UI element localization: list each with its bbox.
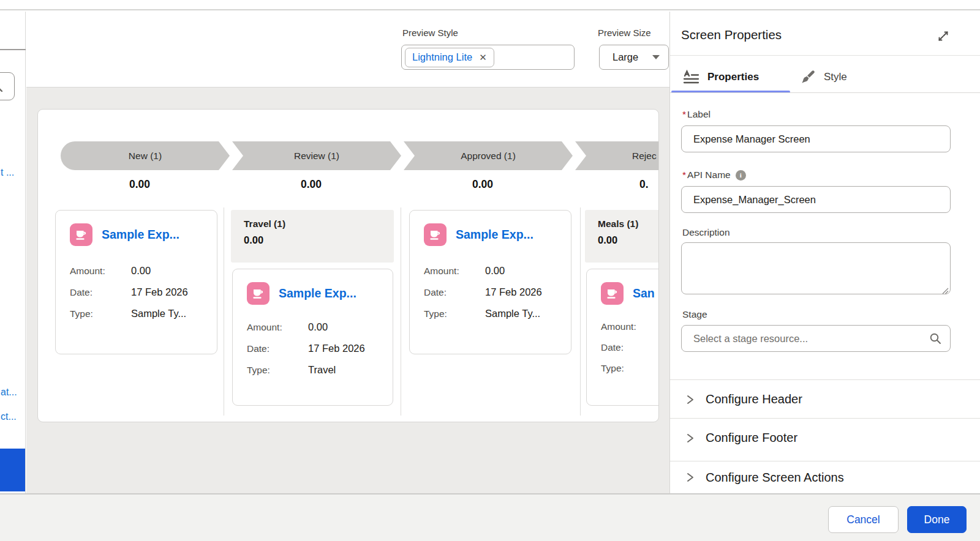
stage-total: 0.00 <box>232 178 390 191</box>
search-icon <box>929 332 941 345</box>
coffee-cup-icon <box>247 282 270 305</box>
required-marker: * <box>682 170 686 180</box>
stage-input[interactable] <box>693 333 929 345</box>
preview-style-value: Lightning Lite <box>412 51 472 63</box>
modal-top-strip <box>0 0 980 10</box>
component-palette-rail: t ... at... ct... <box>0 12 26 493</box>
group-header-meals: Meals (1) 0.00 <box>585 210 659 263</box>
api-name-field-label: *API Name i <box>682 170 746 181</box>
row-label: Amount: <box>424 266 485 277</box>
preview-size-select[interactable]: Large <box>599 45 669 70</box>
flow-screen-editor: t ... at... ct... Preview Style Lightnin… <box>0 0 980 541</box>
description-field-label: Description <box>682 227 730 238</box>
api-name-field[interactable] <box>681 186 951 213</box>
brush-icon <box>800 69 816 85</box>
expense-card-title[interactable]: Sample Exp... <box>102 228 179 242</box>
row-label: Type: <box>70 308 131 319</box>
preview-style-label: Preview Style <box>402 28 458 38</box>
stage-combobox[interactable] <box>681 325 951 352</box>
row-label: Type: <box>601 363 659 374</box>
chevron-down-icon <box>652 55 660 59</box>
tab-properties[interactable]: Properties <box>683 63 759 91</box>
path-stage-approved[interactable]: Approved (1) <box>404 141 573 170</box>
screen-properties-panel: Screen Properties Properties Style <box>669 12 980 493</box>
close-icon[interactable]: ✕ <box>479 52 487 63</box>
group-label: Travel (1) <box>244 218 394 229</box>
modal-footer: Cancel Done <box>0 493 980 541</box>
chevron-right-icon <box>685 433 695 444</box>
path-stage-review[interactable]: Review (1) <box>232 141 401 170</box>
row-value: 0.00 <box>485 265 571 277</box>
row-value: Sample Ty... <box>485 308 571 319</box>
accordion-label: Configure Footer <box>706 431 797 445</box>
search-input[interactable] <box>0 72 15 100</box>
panel-divider <box>670 92 980 93</box>
row-label: Type: <box>247 365 308 376</box>
expense-card[interactable]: Sample Exp... Amount: 0.00 Date: 17 Feb … <box>55 210 217 354</box>
accordion-configure-screen-actions[interactable]: Configure Screen Actions <box>670 461 980 493</box>
expense-card[interactable]: San Amount: Date: Type: <box>586 269 659 406</box>
expense-card-title[interactable]: Sample Exp... <box>456 228 533 242</box>
row-label: Amount: <box>70 266 131 277</box>
row-value: 17 Feb 2026 <box>485 286 571 298</box>
column-divider <box>224 207 224 416</box>
row-label: Amount: <box>247 322 308 333</box>
expense-card[interactable]: Sample Exp... Amount: 0.00 Date: 17 Feb … <box>409 210 571 354</box>
expense-card-title[interactable]: Sample Exp... <box>279 286 356 300</box>
group-amount: 0.00 <box>598 234 659 246</box>
required-marker: * <box>682 109 686 119</box>
column-divider <box>580 207 581 416</box>
preview-style-pill[interactable]: Lightning Lite ✕ <box>405 48 494 67</box>
stage-total: 0. <box>639 178 659 191</box>
group-label: Meals (1) <box>598 218 659 229</box>
search-icon <box>0 84 3 92</box>
rail-divider <box>0 49 26 50</box>
expand-icon[interactable] <box>937 30 949 45</box>
accordion-label: Configure Screen Actions <box>706 471 844 485</box>
palette-link-clipped-2[interactable]: at... <box>1 387 17 398</box>
column-divider <box>401 207 401 416</box>
label-field[interactable] <box>681 125 951 152</box>
row-value: 17 Feb 2026 <box>131 286 217 298</box>
row-label: Amount: <box>601 321 659 332</box>
chevron-right-icon <box>685 472 695 483</box>
screen-preview[interactable]: New (1) Review (1) Approved (1) Rejec 0.… <box>37 109 659 422</box>
accordion-configure-footer[interactable]: Configure Footer <box>670 419 980 457</box>
tab-properties-label: Properties <box>707 71 759 83</box>
expense-card[interactable]: Sample Exp... Amount: 0.00 Date: 17 Feb … <box>232 269 393 406</box>
clipped-blue-button[interactable] <box>0 449 25 491</box>
row-value: Travel <box>308 364 393 376</box>
path-stage-rejected-clipped[interactable]: Rejec <box>575 141 659 170</box>
palette-link-clipped-1[interactable]: t ... <box>1 167 14 178</box>
row-value: 0.00 <box>131 265 217 277</box>
row-value: 0.00 <box>308 321 393 333</box>
preview-size-label: Preview Size <box>598 28 651 38</box>
label-field-label: *Label <box>682 109 710 120</box>
group-header-travel: Travel (1) 0.00 <box>231 210 394 263</box>
coffee-cup-icon <box>70 223 92 246</box>
row-value: 17 Feb 2026 <box>308 343 393 354</box>
palette-link-clipped-3[interactable]: ct... <box>1 411 17 422</box>
accordion-configure-header[interactable]: Configure Header <box>670 380 980 419</box>
text-properties-icon <box>683 70 699 84</box>
preview-canvas: Preview Style Lightning Lite ✕ Preview S… <box>26 12 669 493</box>
path-stage-new[interactable]: New (1) <box>61 141 230 170</box>
cancel-button[interactable]: Cancel <box>828 506 899 533</box>
stage-field-label: Stage <box>682 309 707 320</box>
accordion-label: Configure Header <box>706 392 802 406</box>
coffee-cup-icon <box>601 282 624 305</box>
preview-style-combobox[interactable]: Lightning Lite ✕ <box>401 45 575 70</box>
row-value: Sample Ty... <box>131 308 217 319</box>
done-button[interactable]: Done <box>907 506 967 533</box>
panel-divider <box>670 55 980 56</box>
description-field[interactable] <box>681 242 951 294</box>
coffee-cup-icon <box>424 223 447 246</box>
info-icon[interactable]: i <box>736 170 746 181</box>
row-label: Date: <box>424 287 485 298</box>
preview-size-value: Large <box>612 51 638 63</box>
expense-card-title[interactable]: San <box>633 286 655 300</box>
tab-style[interactable]: Style <box>800 63 847 91</box>
stage-total: 0.00 <box>404 178 562 191</box>
tab-style-label: Style <box>824 71 847 83</box>
chevron-right-icon <box>685 394 695 405</box>
